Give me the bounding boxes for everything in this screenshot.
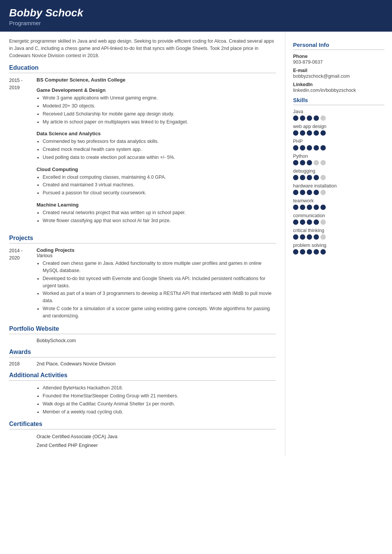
skill-dot-filled [300,219,305,225]
bullet: Created and maintained 3 virtual machine… [43,181,276,189]
header: Bobby Schock Programmer [0,0,392,32]
skill-name: web app design [293,124,384,129]
awards-divider [9,357,276,357]
edu-degree: BS Computer Science, Austin College [37,77,276,83]
bullet: Developed to-do list synced with Evernot… [43,275,276,290]
skill-dot-filled [314,115,319,121]
skill-dot-filled [293,175,298,180]
skill-dots [293,205,384,210]
skill-dot-filled [293,160,298,165]
skill-dots [293,145,384,151]
bullet: Wrote C code for a simulation of a socce… [43,305,276,320]
subsection-title-cloud: Cloud Computing [37,167,276,172]
skill-dot-filled [320,145,326,151]
skill-row: communication [293,213,384,225]
skill-dot-filled [307,219,312,225]
candidate-name: Bobby Schock [9,7,383,19]
skill-dot-filled [307,145,312,151]
skill-dot-filled [307,115,312,121]
projects-title: Projects [9,235,276,242]
skill-row: critical thinking [293,228,384,240]
edu-subsection-cloud: Cloud Computing Excelled in cloud comput… [37,167,276,197]
email-label: E-mail [293,68,384,73]
bullet: Pursued a passion for cloud security cou… [43,189,276,197]
skill-dot-filled [314,190,319,195]
bullet: Commended by two professors for data ana… [43,138,276,145]
skill-name: Java [293,109,384,114]
skill-dot-empty [314,160,319,165]
subsection-title-data: Data Science and Analytics [37,131,276,136]
edu-years: 2015 -2019 [9,77,37,229]
cert-item-0: Oracle Certified Associate (OCA) Java [37,433,276,440]
skill-name: debugging [293,168,384,174]
bullet: Excelled in cloud computing classes, mai… [43,174,276,181]
edu-subsection-ml: Machine Learning Created neural networks… [37,202,276,224]
ml-bullets: Created neural networks project that was… [37,209,276,224]
bullet: Created mock medical health care system … [43,146,276,153]
skill-dots [293,249,384,255]
skill-dot-filled [320,249,326,255]
skill-dots [293,175,384,180]
edu-subsection-data: Data Science and Analytics Commended by … [37,131,276,161]
skill-dot-filled [300,145,305,151]
skill-dot-filled [320,205,326,210]
awards-title: Awards [9,349,276,355]
education-entry: 2015 -2019 BS Computer Science, Austin C… [9,77,276,229]
cert-item-1: Zend Certified PHP Engineer [37,442,276,449]
skill-dot-filled [314,175,319,180]
bullet: Attended ByteHacks Hackathon 2018. [43,384,276,392]
skill-name: critical thinking [293,228,384,233]
skill-dot-filled [307,234,312,240]
skill-dot-empty [320,219,326,225]
project-content: Coding Projects Various Created own ches… [37,247,276,320]
bullet: Walk dogs at the Cadillac County Animal … [43,400,276,408]
skill-dot-filled [293,130,298,136]
activities-title: Additional Activities [9,372,276,379]
cloud-bullets: Excelled in cloud computing classes, mai… [37,174,276,197]
skill-row: hardware installation [293,183,384,195]
bullet: Created own chess game in Java. Added fu… [43,260,276,274]
skill-row: teamwork [293,198,384,210]
skill-dot-filled [307,130,312,136]
skill-dot-filled [293,219,298,225]
project-years: 2014 -2020 [9,247,37,320]
skill-dots [293,219,384,225]
phone-value: 903-879-0637 [293,59,384,65]
bullet: Worked as part of a team of 3 programmer… [43,290,276,304]
skill-dot-filled [300,190,305,195]
skills-container: Javaweb app designPHPPythondebugginghard… [293,109,384,255]
subsection-title-ml: Machine Learning [37,202,276,208]
skills-divider [293,105,384,105]
project-title: Coding Projects [37,247,276,253]
education-title: Education [9,64,276,71]
bullet: Received Ladd Scholarship for mobile gam… [43,110,276,118]
portfolio-title: Portfolio Website [9,325,276,332]
skill-dot-filled [314,249,319,255]
skill-dot-filled [300,115,305,121]
skill-row: debugging [293,168,384,180]
skill-row: web app design [293,124,384,136]
skill-dot-empty [320,234,326,240]
personal-info-title: Personal Info [293,42,384,48]
skill-dots [293,130,384,136]
skill-name: PHP [293,139,384,144]
skill-dot-filled [314,219,319,225]
phone-label: Phone [293,54,384,59]
edu-content: BS Computer Science, Austin College Game… [37,77,276,229]
skill-dot-filled [307,175,312,180]
skill-dot-filled [314,130,319,136]
activities-content: Attended ByteHacks Hackathon 2018. Found… [37,384,276,415]
skill-dot-empty [320,160,326,165]
activities-divider [9,380,276,381]
skill-name: teamwork [293,198,384,203]
left-column: Energetic programmer skilled in Java and… [0,32,285,457]
skill-dot-filled [293,145,298,151]
summary-text: Energetic programmer skilled in Java and… [9,38,276,59]
skill-dot-filled [307,205,312,210]
email-value: bobbyzschock@gmail.com [293,74,384,79]
project-subtitle: Various [37,253,276,258]
bullet: Wrote 3 game applications with Unreal ga… [43,94,276,102]
skill-dot-filled [314,205,319,210]
activities-bullets: Attended ByteHacks Hackathon 2018. Found… [37,384,276,415]
award-entry: 2018 2nd Place, Codewars Novice Division [9,361,276,367]
